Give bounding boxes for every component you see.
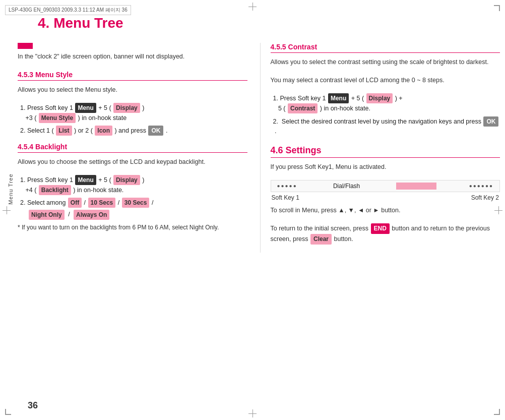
badge-30secs: 30 Secs bbox=[122, 198, 150, 208]
softkey1-label: Soft Key 1 bbox=[272, 194, 299, 201]
end-text: To return to the initial screen, press E… bbox=[271, 223, 500, 245]
step-455-1: 1. Press Soft key 1 Menu + 5 ( Display )… bbox=[273, 93, 500, 113]
end-text3: button. bbox=[332, 235, 353, 243]
dial-row: ●●●●● Dial/Flash ●●●●●● bbox=[271, 180, 500, 192]
section-46-title: 4.6 Settings bbox=[271, 145, 500, 158]
side-tab: Menu Tree bbox=[8, 173, 14, 205]
section-455: 4.5.5 Contrast Allows you to select the … bbox=[271, 43, 500, 136]
backlight-note: * If you want to turn on the backlights … bbox=[18, 223, 247, 232]
section-455-body2: You may select a contrast level of LCD a… bbox=[271, 75, 500, 85]
badge-contrast: Contrast bbox=[288, 103, 318, 113]
main-content: In the "clock 2" idle screen option, ban… bbox=[18, 3, 500, 253]
badge-menu-2: Menu bbox=[75, 175, 96, 185]
right-dots: ●●●●●● bbox=[469, 183, 493, 189]
section-453-title: 4.5.3 Menu Style bbox=[18, 71, 247, 81]
dial-flash-label: Dial/Flash bbox=[333, 183, 360, 190]
badge-menu-3: Menu bbox=[328, 93, 349, 103]
badge-display-2: Display bbox=[113, 175, 140, 185]
section-454-title: 4.5.4 Backlight bbox=[18, 143, 247, 153]
section-46-body: If you press Soft Key1, Menu is activate… bbox=[271, 162, 500, 172]
badge-night-only: Night Only bbox=[29, 210, 65, 220]
crosshair-right bbox=[494, 206, 502, 214]
section-455-title: 4.5.5 Contrast bbox=[271, 43, 500, 53]
crosshair-left bbox=[3, 206, 11, 214]
badge-off: Off bbox=[68, 198, 82, 208]
nav-text: To scroll in Menu, press ▲, ▼, ◄ or ► bu… bbox=[271, 205, 500, 215]
step-453-2: 2. Select 1 ( List ) or 2 ( Icon ) and p… bbox=[20, 126, 247, 136]
badge-end: END bbox=[371, 223, 390, 234]
step-453-1: 1. Press Soft key 1 Menu + 5 ( Display )… bbox=[20, 103, 247, 123]
section-455-body1: Allows you to select the contrast settin… bbox=[271, 57, 500, 67]
corner-mark-br bbox=[494, 409, 500, 415]
step-454-1: 1. Press Soft key 1 Menu + 5 ( Display )… bbox=[20, 175, 247, 195]
badge-ok-1: OK bbox=[148, 126, 163, 136]
corner-mark-tr bbox=[494, 5, 500, 11]
badge-display-1: Display bbox=[113, 103, 140, 113]
badge-clear: Clear bbox=[310, 234, 332, 245]
corner-mark-bl bbox=[5, 409, 11, 415]
badge-menu: Menu bbox=[75, 103, 96, 113]
red-accent-bar bbox=[18, 43, 33, 49]
left-dots: ●●●●● bbox=[277, 183, 297, 189]
badge-display-3: Display bbox=[366, 93, 393, 103]
section-455-steps: 1. Press Soft key 1 Menu + 5 ( Display )… bbox=[271, 93, 500, 136]
dial-pink-block bbox=[396, 183, 436, 190]
badge-menu-style: Menu Style bbox=[39, 113, 76, 123]
section-454-body: Allows you to choose the settings of the… bbox=[18, 157, 247, 167]
page-title: 4. Menu Tree bbox=[38, 15, 123, 31]
badge-ok-2: OK bbox=[483, 116, 498, 127]
badge-always-on: Always On bbox=[74, 210, 109, 220]
section-454-steps: 1. Press Soft key 1 Menu + 5 ( Display )… bbox=[18, 175, 247, 220]
crosshair-top bbox=[248, 3, 257, 11]
softkey-labels-row: Soft Key 1 Soft Key 2 bbox=[271, 194, 500, 201]
top-label: LSP-430G EN_090303 2009.3.3 11:12 AM 페이지… bbox=[5, 5, 131, 15]
page-number: 36 bbox=[28, 400, 38, 411]
left-column: In the "clock 2" idle screen option, ban… bbox=[18, 43, 260, 253]
badge-10secs: 10 Secs bbox=[88, 198, 116, 208]
crosshair-bottom bbox=[248, 409, 257, 417]
slash-divider: / bbox=[67, 210, 72, 219]
section-46: 4.6 Settings If you press Soft Key1, Men… bbox=[271, 145, 500, 245]
step-455-2: 2. Select the desired contrast level by … bbox=[273, 116, 500, 136]
section-453-body: Allows you to select the Menu style. bbox=[18, 85, 247, 95]
intro-text: In the "clock 2" idle screen option, ban… bbox=[18, 52, 247, 62]
section-453-steps: 1. Press Soft key 1 Menu + 5 ( Display )… bbox=[18, 103, 247, 136]
badge-list: List bbox=[56, 126, 72, 136]
section-454: 4.5.4 Backlight Allows you to choose the… bbox=[18, 143, 247, 232]
softkey2-label: Soft Key 2 bbox=[471, 194, 499, 201]
section-453: 4.5.3 Menu Style Allows you to select th… bbox=[18, 71, 247, 136]
right-column: 4.5.5 Contrast Allows you to select the … bbox=[260, 43, 500, 253]
select-row: Night Only / Always On bbox=[28, 210, 247, 220]
badge-backlight: Backlight bbox=[39, 185, 71, 195]
end-text1: To return to the initial screen, press bbox=[271, 225, 370, 232]
step-454-2: 2. Select among Off / 10 Secs / 30 Secs … bbox=[20, 198, 247, 220]
badge-icon: Icon bbox=[95, 126, 112, 136]
